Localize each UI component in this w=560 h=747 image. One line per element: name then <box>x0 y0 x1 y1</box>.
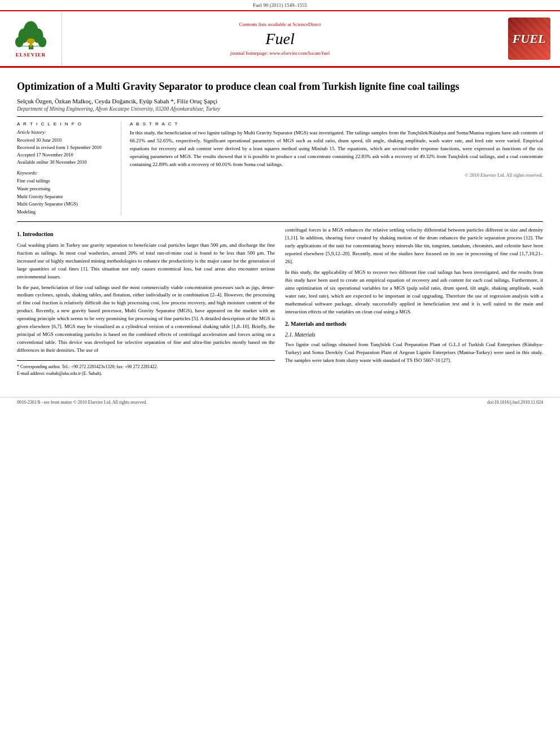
doi-text: doi:10.1016/j.fuel.2010.11.024 <box>487 400 543 405</box>
svg-point-5 <box>38 37 46 47</box>
journal-homepage: journal homepage: www.elsevier.com/locat… <box>230 50 330 56</box>
available-date: Available online 30 November 2010 <box>17 159 114 166</box>
journal-center: Contents lists available at ScienceDirec… <box>62 11 498 66</box>
elsevier-tree-icon <box>14 20 48 51</box>
keywords-list: Fine coal tailings Waste processing Mult… <box>17 177 114 216</box>
fuel-logo-area: FUEL <box>498 11 560 66</box>
elsevier-logo: ELSEVIER <box>14 20 48 58</box>
revised-date: Received in revised form 1 September 201… <box>17 144 114 151</box>
abstract-col: A B S T R A C T In this study, the benef… <box>130 121 543 216</box>
bottom-bar: 0016-2361/$ - see front matter © 2010 El… <box>0 397 560 407</box>
fuel-logo-box: FUEL <box>508 18 550 60</box>
article-title: Optimization of a Multi Gravity Separato… <box>17 80 543 93</box>
section1-col2-para2: In this study, the applicability of MGS … <box>285 269 543 316</box>
svg-point-7 <box>27 38 35 43</box>
elsevier-logo-area: ELSEVIER <box>0 11 62 66</box>
article-authors: Selçuk Özgen, Özkan Malkoç, Ceyda Doğanc… <box>17 98 543 104</box>
article-divider <box>17 116 543 117</box>
article-content: Optimization of a Multi Gravity Separato… <box>0 68 560 388</box>
journal-top-bar: ELSEVIER Contents lists available at Sci… <box>0 11 560 68</box>
history-label: Article history: <box>17 129 114 135</box>
abstract-label: A B S T R A C T <box>130 121 543 126</box>
section2-heading: 2. Materials and methods <box>285 320 543 329</box>
article-info-abstract-row: A R T I C L E I N F O Article history: R… <box>17 121 543 216</box>
received-date: Received 30 June 2010 <box>17 137 114 144</box>
section1-para1: Coal washing plants in Turkey use gravit… <box>17 242 275 281</box>
footnote-area: * Corresponding author. Tel.: +90 272 22… <box>17 360 275 377</box>
body-left-col: 1. Introduction Coal washing plants in T… <box>17 226 275 377</box>
issn-text: 0016-2361/$ - see front matter © 2010 El… <box>17 400 147 405</box>
elsevier-text: ELSEVIER <box>16 52 46 58</box>
keyword-3: Multi Gravity Separator <box>17 193 114 201</box>
section2-subheading: 2.1. Materials <box>285 331 543 339</box>
corresponding-author: * Corresponding author. Tel.: +90 272 22… <box>17 364 275 370</box>
keyword-4: Multi Gravity Separator (MGS) <box>17 200 114 208</box>
journal-ref: Fuel 90 (2011) 1549–1555 <box>0 0 560 11</box>
section2-para1: Two lignite coal tailings obtained from … <box>285 341 543 365</box>
keywords-label: Keywords: <box>17 170 114 176</box>
article-info-col: A R T I C L E I N F O Article history: R… <box>17 121 121 216</box>
journal-name: Fuel <box>265 30 294 48</box>
accepted-date: Accepted 17 November 2010 <box>17 151 114 159</box>
keyword-2: Waste processing <box>17 185 114 193</box>
svg-point-4 <box>15 37 23 47</box>
keyword-5: Modeling <box>17 208 114 216</box>
section1-col2-para1: centrifugal forces in a MGS enhances the… <box>285 226 543 266</box>
section1-heading: 1. Introduction <box>17 230 275 239</box>
body-right-col: centrifugal forces in a MGS enhances the… <box>285 226 543 377</box>
keyword-1: Fine coal tailings <box>17 177 114 185</box>
email-footnote: E-mail address: esabah@aku.edu.tr (E. Sa… <box>17 370 275 377</box>
article-info-label: A R T I C L E I N F O <box>17 121 114 126</box>
sciencedirect-link: Contents lists available at ScienceDirec… <box>239 21 321 27</box>
body-divider <box>17 221 543 222</box>
copyright-text: © 2010 Elsevier Ltd. All rights reserved… <box>130 172 543 178</box>
abstract-text: In this study, the beneficiation of two … <box>130 129 543 169</box>
body-two-col: 1. Introduction Coal washing plants in T… <box>17 226 543 377</box>
section1-para2: In the past, beneficiation of fine coal … <box>17 284 275 355</box>
article-affiliation: Department of Mining Engineering, Afyon … <box>17 106 543 112</box>
